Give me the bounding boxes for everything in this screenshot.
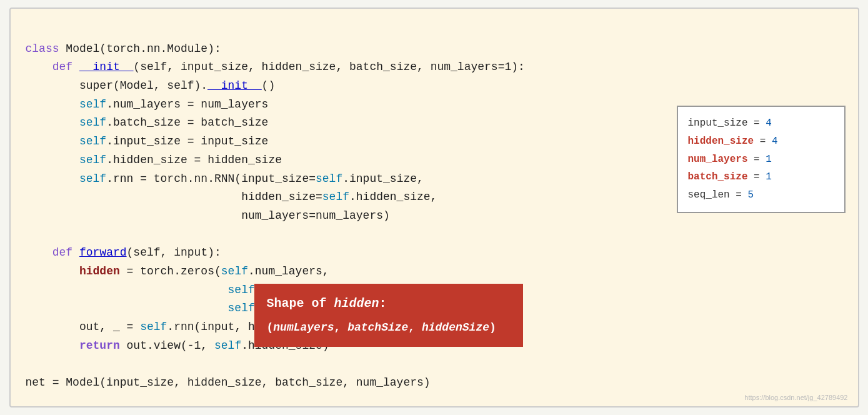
info-seq-len: seq_len = 5 xyxy=(688,186,834,204)
info-num-layers: num_layers = 1 xyxy=(688,151,834,169)
info-batch-size: batch_size = 1 xyxy=(688,168,834,186)
info-box: input_size = 4 hidden_size = 4 num_layer… xyxy=(677,106,846,213)
tooltip-title: Shape of hidden: xyxy=(267,294,511,314)
watermark: https://blog.csdn.net/jg_42789492 xyxy=(744,394,847,401)
main-container: class Model(torch.nn.Module): def __init… xyxy=(9,8,859,408)
info-hidden-size: hidden_size = 4 xyxy=(688,132,834,151)
code-block: class Model(torch.nn.Module): def __init… xyxy=(26,21,843,411)
tooltip-body: (numLayers, batchSize, hiddenSize) xyxy=(267,319,511,337)
info-input-size: input_size = 4 xyxy=(688,114,834,132)
tooltip-box: Shape of hidden: (numLayers, batchSize, … xyxy=(254,284,523,347)
